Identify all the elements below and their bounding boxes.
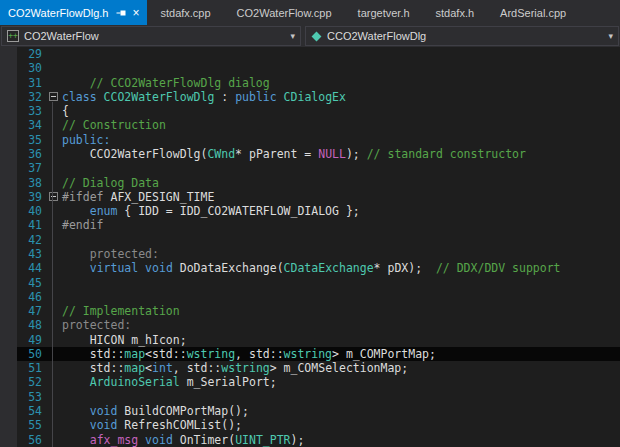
code-editor[interactable]: 293031 // CCO2WaterFlowDlg dialog32class… xyxy=(0,47,620,447)
code-line-33[interactable]: 33{ xyxy=(0,104,620,118)
code-line-43[interactable]: 43 protected: xyxy=(0,247,620,261)
code-line-36[interactable]: 36 CCO2WaterFlowDlg(CWnd* pParent = NULL… xyxy=(0,147,620,161)
tab-stdafx-cpp[interactable]: stdafx.cpp xyxy=(147,0,223,25)
tab-stdafx-h[interactable]: stdafx.h xyxy=(423,0,488,25)
code-line-45[interactable]: 45 xyxy=(0,276,620,290)
code-line-46[interactable]: 46 xyxy=(0,290,620,304)
code-line-49[interactable]: 49 HICON m_hIcon; xyxy=(0,333,620,347)
code-line-38[interactable]: 38// Dialog Data xyxy=(0,176,620,190)
code-line-44[interactable]: 44 virtual void DoDataExchange(CDataExch… xyxy=(0,261,620,275)
tab-ardserial-cpp[interactable]: ArdSerial.cpp xyxy=(487,0,579,25)
code-token: wstring xyxy=(221,361,269,375)
fold-collapse-toggle-icon[interactable] xyxy=(49,92,58,101)
code-text: // Implementation xyxy=(62,304,620,318)
fold-margin xyxy=(48,104,62,118)
code-line-31[interactable]: 31 // CCO2WaterFlowDlg dialog xyxy=(0,76,620,90)
code-line-39[interactable]: 39#ifdef AFX_DESIGN_TIME xyxy=(0,190,620,204)
code-line-29[interactable]: 29 xyxy=(0,47,620,61)
close-icon[interactable]: × xyxy=(132,7,139,19)
glyph-margin xyxy=(0,233,17,247)
line-number: 56 xyxy=(17,433,48,447)
code-line-55[interactable]: 55 void RefreshCOMList(); xyxy=(0,418,620,432)
code-line-51[interactable]: 51 std::map<int, std::wstring> m_COMSele… xyxy=(0,361,620,375)
code-text: protected: xyxy=(62,318,620,332)
line-number: 48 xyxy=(17,318,48,332)
code-line-35[interactable]: 35public: xyxy=(0,133,620,147)
glyph-margin xyxy=(0,418,17,432)
code-line-52[interactable]: 52 ArduinoSerial m_SerialPort; xyxy=(0,375,620,389)
code-line-32[interactable]: 32class CCO2WaterFlowDlg : public CDialo… xyxy=(0,90,620,104)
code-token: m_SerialPort; xyxy=(180,375,277,389)
fold-margin xyxy=(48,404,62,418)
glyph-margin xyxy=(0,176,17,190)
code-line-42[interactable]: 42 xyxy=(0,233,620,247)
fold-margin xyxy=(48,304,62,318)
line-number: 55 xyxy=(17,418,48,432)
class-icon xyxy=(312,31,322,41)
tab-co2waterflow-cpp[interactable]: CO2WaterFlow.cpp xyxy=(224,0,345,25)
glyph-margin xyxy=(0,204,17,218)
glyph-margin xyxy=(0,190,17,204)
line-number: 34 xyxy=(17,118,48,132)
code-token: UINT_PTR xyxy=(235,433,290,447)
pin-icon[interactable] xyxy=(116,8,126,17)
code-text: // CCO2WaterFlowDlg dialog xyxy=(62,76,620,90)
code-token: CCO2WaterFlowDlg xyxy=(104,90,215,104)
code-token: : xyxy=(214,90,235,104)
code-token: DoDataExchange( xyxy=(173,261,284,275)
code-token: void xyxy=(90,418,118,432)
glyph-margin xyxy=(0,133,17,147)
chevron-down-icon[interactable]: ▾ xyxy=(608,31,613,41)
code-token: int xyxy=(152,361,173,375)
fold-margin xyxy=(48,318,62,332)
glyph-margin xyxy=(0,76,17,90)
code-area: 293031 // CCO2WaterFlowDlg dialog32class… xyxy=(0,47,620,447)
code-text xyxy=(62,276,620,290)
code-line-48[interactable]: 48protected: xyxy=(0,318,620,332)
fold-margin xyxy=(48,290,62,304)
code-text: enum { IDD = IDD_CO2WATERFLOW_DIALOG }; xyxy=(62,204,620,218)
code-line-41[interactable]: 41#endif xyxy=(0,218,620,232)
code-text: void RefreshCOMList(); xyxy=(62,418,620,432)
code-line-47[interactable]: 47// Implementation xyxy=(0,304,620,318)
scope-dropdown[interactable]: CCO2WaterFlowDlg ▾ xyxy=(305,26,619,46)
project-dropdown[interactable]: ++ CO2WaterFlow ▾ xyxy=(1,26,301,46)
fold-margin xyxy=(48,433,62,447)
glyph-margin xyxy=(0,390,17,404)
line-number: 36 xyxy=(17,147,48,161)
fold-margin xyxy=(48,347,62,361)
chevron-down-icon[interactable]: ▾ xyxy=(290,31,295,41)
code-token: > m_COMSelectionMap; xyxy=(270,361,408,375)
code-token xyxy=(62,418,90,432)
code-line-30[interactable]: 30 xyxy=(0,61,620,75)
glyph-margin xyxy=(0,347,17,361)
line-number: 43 xyxy=(17,247,48,261)
code-line-56[interactable]: 56 afx_msg void OnTimer(UINT_PTR); xyxy=(0,433,620,447)
fold-margin xyxy=(48,375,62,389)
code-token: > m_COMPortMap; xyxy=(332,347,436,361)
glyph-margin xyxy=(0,104,17,118)
code-token: , std:: xyxy=(173,361,221,375)
code-text: CCO2WaterFlowDlg(CWnd* pParent = NULL); … xyxy=(62,147,620,161)
code-line-40[interactable]: 40 enum { IDD = IDD_CO2WATERFLOW_DIALOG … xyxy=(0,204,620,218)
scope-dropdown-label: CCO2WaterFlowDlg xyxy=(327,30,426,42)
glyph-margin xyxy=(0,161,17,175)
code-token: OnTimer( xyxy=(173,433,235,447)
fold-margin xyxy=(48,176,62,190)
tab-targetver-h[interactable]: targetver.h xyxy=(345,0,423,25)
code-line-53[interactable]: 53 xyxy=(0,390,620,404)
code-token: virtual xyxy=(90,261,138,275)
code-line-50[interactable]: 50 std::map<std::wstring, std::wstring> … xyxy=(0,347,620,361)
code-token: std:: xyxy=(62,347,124,361)
tab-co2waterflowdlg-h[interactable]: CO2WaterFlowDlg.h× xyxy=(0,0,147,25)
code-token: ArduinoSerial xyxy=(90,375,180,389)
fold-margin xyxy=(48,133,62,147)
fold-margin xyxy=(48,118,62,132)
code-line-37[interactable]: 37 xyxy=(0,161,620,175)
code-line-34[interactable]: 34// Construction xyxy=(0,118,620,132)
line-number: 30 xyxy=(17,61,48,75)
glyph-margin xyxy=(0,361,17,375)
fold-collapse-toggle-icon[interactable] xyxy=(49,192,58,201)
code-line-54[interactable]: 54 void BuildCOMPortMap(); xyxy=(0,404,620,418)
code-token: AFX_DESIGN_TIME xyxy=(110,190,214,204)
